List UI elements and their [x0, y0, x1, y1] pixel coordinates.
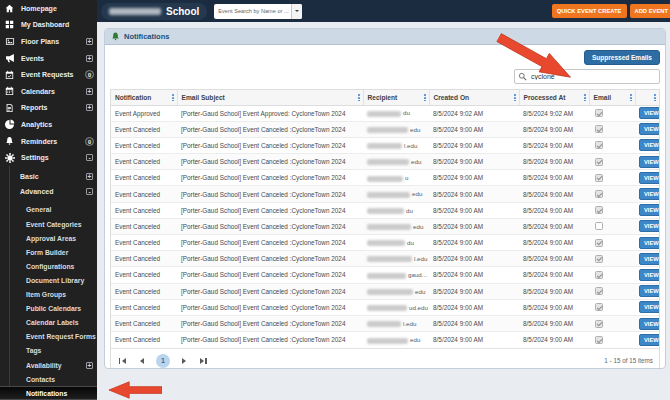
cell-view: VIEW: [635, 170, 659, 186]
sidebar-item-public-calendars[interactable]: Public Calendars: [10, 302, 97, 316]
column-header-email-subject[interactable]: Email Subject: [177, 90, 363, 105]
sidebar-item-event-categories[interactable]: Event Categories: [10, 217, 97, 231]
collapse-icon[interactable]: -: [86, 188, 93, 195]
expand-icon[interactable]: +: [86, 362, 93, 369]
sidebar-item-label: Advanced: [20, 188, 53, 195]
email-checkbox[interactable]: [595, 336, 603, 344]
sidebar-item-calendars[interactable]: Calendars+: [0, 83, 97, 100]
column-menu-icon[interactable]: [172, 94, 174, 101]
sidebar-item-label: Notifications: [26, 390, 67, 397]
cell-email-subject: [Porter-Gaud School] Event Canceled :Cyc…: [177, 235, 363, 251]
email-checkbox[interactable]: [595, 303, 603, 311]
view-button[interactable]: VIEW: [639, 237, 659, 249]
view-button[interactable]: VIEW: [639, 318, 659, 330]
view-button[interactable]: VIEW: [639, 301, 659, 313]
email-checkbox[interactable]: [595, 239, 603, 247]
sidebar-item-availability[interactable]: Availability+: [10, 358, 97, 372]
sidebar-item-event-requests[interactable]: Event Requests0: [0, 66, 97, 83]
collapse-icon[interactable]: -: [86, 154, 93, 161]
email-checkbox[interactable]: [595, 141, 603, 149]
email-checkbox[interactable]: [595, 125, 603, 133]
view-button[interactable]: VIEW: [639, 172, 659, 184]
sidebar-item-reports[interactable]: Reports+: [0, 100, 97, 117]
view-button[interactable]: VIEW: [639, 269, 659, 281]
column-header-recipient[interactable]: Recipient: [363, 90, 429, 105]
column-header-view[interactable]: [635, 90, 659, 105]
email-checkbox[interactable]: [595, 271, 603, 279]
chevron-down-icon[interactable]: [291, 4, 302, 19]
sidebar-item-reminders[interactable]: Reminders0: [0, 133, 97, 150]
expand-icon[interactable]: +: [86, 38, 93, 45]
sidebar-item-events[interactable]: Events+: [0, 50, 97, 67]
column-header-email[interactable]: Email: [589, 90, 635, 105]
pager-last-button[interactable]: [198, 356, 209, 367]
sidebar-item-settings[interactable]: Settings-: [0, 149, 97, 166]
email-checkbox[interactable]: [595, 206, 603, 214]
email-checkbox[interactable]: [595, 158, 603, 166]
sidebar-item-approval-areas[interactable]: Approval Areas: [10, 231, 97, 245]
column-menu-icon[interactable]: [630, 94, 632, 101]
view-button[interactable]: VIEW: [639, 123, 659, 135]
column-menu-icon[interactable]: [514, 94, 516, 101]
table-row: Event Canceled[Porter-Gaud School] Event…: [111, 283, 659, 299]
view-button[interactable]: VIEW: [639, 139, 659, 151]
expand-icon[interactable]: +: [86, 55, 93, 62]
pager-current-page[interactable]: 1: [156, 354, 170, 368]
sidebar-item-event-request-forms[interactable]: Event Request Forms: [10, 330, 97, 344]
sidebar-item-analytics[interactable]: Analytics: [0, 116, 97, 133]
view-button[interactable]: VIEW: [639, 204, 659, 216]
pager-next-button[interactable]: [180, 356, 188, 366]
expand-icon[interactable]: +: [86, 173, 93, 180]
column-header-processed-at[interactable]: Processed At: [519, 90, 589, 105]
sidebar-item-form-builder[interactable]: Form Builder: [10, 245, 97, 259]
sidebar-item-advanced[interactable]: Advanced-: [10, 184, 97, 199]
column-menu-icon[interactable]: [358, 94, 360, 101]
view-button[interactable]: VIEW: [639, 188, 659, 200]
sidebar-item-calendar-labels[interactable]: Calendar Labels: [10, 316, 97, 330]
cell-processed-at: 8/5/2024 9:00 AM: [519, 218, 589, 234]
email-checkbox[interactable]: [595, 320, 603, 328]
view-button[interactable]: VIEW: [639, 253, 659, 265]
sidebar-item-contacts[interactable]: Contacts: [10, 372, 97, 386]
cell-email-subject: [Porter-Gaud School] Event Canceled :Cyc…: [177, 267, 363, 283]
sidebar-item-my-dashboard[interactable]: My Dashboard: [0, 17, 97, 34]
email-checkbox[interactable]: [595, 174, 603, 182]
expand-icon[interactable]: +: [86, 88, 93, 95]
sidebar-item-notifications[interactable]: Notifications: [0, 386, 97, 400]
email-checkbox[interactable]: [595, 287, 603, 295]
email-checkbox[interactable]: [595, 190, 603, 198]
cell-processed-at: 8/5/2024 9:02 AM: [519, 105, 589, 121]
column-header-created-on[interactable]: Created On: [429, 90, 519, 105]
sidebar-item-document-library[interactable]: Document Library: [10, 273, 97, 287]
column-menu-icon[interactable]: [424, 94, 426, 101]
pager-first-button[interactable]: [117, 356, 128, 367]
pager-prev-button[interactable]: [138, 356, 146, 366]
email-checkbox[interactable]: [595, 222, 603, 230]
view-button[interactable]: VIEW: [639, 220, 659, 232]
sidebar-item-configurations[interactable]: Configurations: [10, 259, 97, 273]
column-header-notification[interactable]: Notification: [111, 90, 177, 105]
event-search-select[interactable]: Event Search by Name or ...: [214, 4, 302, 19]
sidebar-item-homepage[interactable]: Homepage: [0, 0, 97, 17]
email-checkbox[interactable]: [595, 255, 603, 263]
email-checkbox[interactable]: [595, 109, 603, 117]
expand-icon[interactable]: +: [86, 104, 93, 111]
view-button[interactable]: VIEW: [639, 334, 659, 346]
sidebar-item-item-groups[interactable]: Item Groups: [10, 288, 97, 302]
sidebar-item-basic[interactable]: Basic+: [10, 169, 97, 184]
recipient-suffix: edu: [415, 288, 425, 295]
sidebar-item-tags[interactable]: Tags: [10, 344, 97, 358]
sidebar-item-general[interactable]: General: [10, 203, 97, 217]
cell-created-on: 8/5/2024 9:00 AM: [429, 186, 519, 202]
view-button[interactable]: VIEW: [639, 285, 659, 297]
view-button[interactable]: VIEW: [639, 107, 659, 119]
column-menu-icon[interactable]: [654, 94, 656, 101]
column-menu-icon[interactable]: [584, 94, 586, 101]
suppressed-emails-button[interactable]: Suppressed Emails: [584, 50, 660, 65]
view-button[interactable]: VIEW: [639, 156, 659, 168]
quick-event-create-button[interactable]: QUICK EVENT CREATE: [552, 4, 627, 18]
redacted-recipient: [367, 321, 401, 327]
add-event-button[interactable]: ADD EVENT: [630, 4, 670, 18]
sidebar-item-floor-plans[interactable]: Floor Plans+: [0, 33, 97, 50]
notifications-panel: Notifications Suppressed Emails: [104, 28, 666, 369]
